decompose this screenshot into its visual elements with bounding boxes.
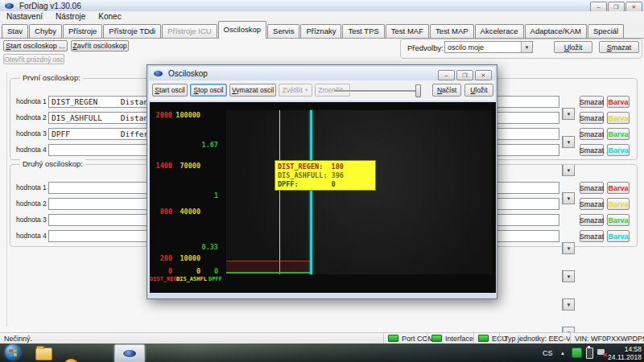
language-indicator[interactable]: CS — [543, 343, 553, 362]
start-button[interactable] — [5, 344, 21, 360]
yellow-axis-tick: 100000 — [175, 111, 200, 119]
tab-stav[interactable]: Stav — [2, 24, 28, 38]
yellow-axis-tick: 70000 — [175, 162, 200, 170]
explorer-icon[interactable] — [35, 348, 52, 360]
row-delete-button[interactable]: Smazat — [580, 214, 604, 226]
scope-cursor-line[interactable] — [279, 110, 280, 274]
screen: ForDiag v1.30.06 Nastavení Nástroje Kone… — [0, 0, 644, 362]
presets-dropdown[interactable]: oscilo moje — [444, 41, 533, 53]
green-trace — [226, 272, 310, 274]
osc-stop-button[interactable]: Stop oscil — [190, 84, 227, 97]
tab-servis[interactable]: Servis — [267, 24, 299, 38]
osc-load-button[interactable]: Načíst — [432, 84, 461, 97]
row-delete-button[interactable]: Smazat — [580, 96, 604, 108]
tab-test-tps[interactable]: Test TPS — [342, 24, 384, 38]
fordiag-logo-icon — [4, 2, 14, 10]
scope-tooltip: DIST_REGEN: 180 DIS_ASHFULL: 396 DPFF: 0 — [275, 160, 376, 191]
row-delete-button[interactable]: Smazat — [580, 198, 604, 210]
oscilloscope-display[interactable]: 2000 1400 800 200 0 100000 70000 40000 1… — [150, 102, 496, 293]
row-label: hodnota 4 — [16, 230, 47, 242]
osc-minimize-icon[interactable] — [438, 70, 455, 80]
windows-flag-icon — [9, 349, 17, 356]
tab-priznaky[interactable]: Příznaky — [300, 24, 341, 38]
row-color-button[interactable]: Barva — [607, 198, 630, 210]
tab-special[interactable]: Speciál — [588, 24, 624, 38]
panel-divider — [6, 72, 7, 327]
osc-save-button[interactable]: Uložit — [464, 84, 493, 97]
menu-nastroje[interactable]: Nástroje — [56, 12, 85, 21]
titlebar: ForDiag v1.30.06 — [0, 0, 644, 12]
open-empty-osc-button: Otevřít prázdný osc — [3, 54, 64, 64]
preset-save-button[interactable]: Uložit — [554, 41, 592, 53]
osc-start-button[interactable]: Start oscil — [152, 84, 188, 97]
battery-icon[interactable] — [586, 343, 593, 362]
row-color-button[interactable]: Barva — [607, 230, 630, 242]
osc-restore-icon[interactable] — [456, 70, 473, 80]
menu-konec[interactable]: Konec — [98, 12, 121, 21]
row-color-button[interactable]: Barva — [607, 96, 630, 108]
row-label: hodnota 4 — [16, 144, 47, 156]
row-color-button[interactable]: Barva — [607, 112, 630, 124]
row-color-button[interactable]: Barva — [607, 128, 630, 140]
row-delete-button[interactable]: Smazat — [580, 144, 604, 156]
tab-chyby[interactable]: Chyby — [29, 24, 62, 38]
firefox-icon[interactable] — [64, 359, 79, 362]
group-title: Druhý osciloskop: — [20, 159, 85, 168]
tab-strip: Stav Chyby Přístroje Přístroje TDdi Přís… — [0, 21, 644, 38]
row-delete-button[interactable]: Smazat — [580, 182, 604, 194]
start-oscilloscope-button[interactable]: Start osciloskop ... — [3, 40, 68, 51]
green-axis-tick: 1.67 — [196, 141, 218, 149]
value-dropdown[interactable] — [562, 242, 575, 254]
taskbar-clock[interactable]: 14:58 24.11.2018 — [608, 345, 642, 361]
tab-test-map[interactable]: Test MAP — [430, 24, 474, 38]
clock-time: 14:58 — [608, 345, 642, 353]
tab-akcelerace[interactable]: Akcelerace — [475, 24, 524, 38]
clock-date: 24.11.2018 — [608, 353, 642, 361]
red-axis-tick: 800 — [150, 208, 172, 216]
tab-osciloskop[interactable]: Osciloskop — [218, 21, 266, 39]
value-dropdown[interactable] — [562, 108, 575, 120]
row-color-button[interactable]: Barva — [607, 144, 630, 156]
fordiag-taskbar-button[interactable] — [114, 344, 145, 362]
tab-test-maf[interactable]: Test MAF — [386, 24, 429, 38]
status-vin: VIN: WF0PXXWPDP9M7840 — [570, 333, 644, 343]
row-delete-button[interactable]: Smazat — [580, 230, 604, 242]
interface-led-icon — [431, 335, 442, 342]
tooltip-line: DIST_REGEN: 180 — [278, 162, 373, 171]
value-dropdown[interactable] — [562, 136, 575, 148]
oscilloscope-titlebar[interactable]: Osciloskop — [149, 67, 495, 81]
zoom-slider-handle[interactable] — [415, 84, 421, 97]
row-delete-button[interactable]: Smazat — [580, 112, 604, 124]
status-unit-type: Typ jednotky: EEC-V — [499, 333, 571, 343]
tab-pristroje-tdd[interactable]: Přístroje TDdi — [103, 24, 161, 38]
value-dropdown[interactable] — [562, 270, 575, 282]
row-label: hodnota 3 — [16, 128, 47, 140]
osc-close-icon[interactable] — [475, 70, 492, 80]
scope-time-cursor[interactable] — [310, 110, 312, 274]
network-icon[interactable] — [597, 343, 606, 362]
tray-app-icon[interactable] — [572, 343, 582, 362]
value-dropdown[interactable] — [562, 298, 575, 311]
tab-pristroje[interactable]: Přístroje — [63, 24, 102, 38]
ecu-led-icon — [478, 335, 489, 342]
close-oscilloscope-button[interactable]: Zavřít osciloskop — [71, 40, 129, 51]
menu-nastaveni[interactable]: Nastavení — [6, 12, 43, 21]
row-label: hodnota 1 — [16, 182, 47, 194]
presets-label: Předvolby: — [407, 43, 444, 52]
preset-delete-button[interactable]: Smazat — [599, 41, 639, 53]
status-bar: Nečinný. Port COM6 Interface ECU Typ jed… — [0, 332, 644, 343]
tab-pristroje-icu: Přístroje ICU — [162, 24, 217, 38]
osc-clear-button[interactable]: Vymazat oscil — [229, 84, 276, 97]
row-delete-button[interactable]: Smazat — [580, 128, 604, 140]
scope-plot-area[interactable] — [226, 110, 492, 274]
fordiag-logo-icon — [122, 349, 137, 358]
red-axis-tick: 0 — [150, 267, 172, 275]
red-axis-tick: 1400 — [150, 162, 172, 170]
row-color-button[interactable]: Barva — [607, 182, 630, 194]
row-label: hodnota 3 — [16, 214, 47, 226]
channel-label-dis-ashfull: DIS_ASHFL — [176, 276, 207, 282]
tab-adaptace-kam[interactable]: Adaptace/KAM — [525, 24, 587, 38]
row-label: hodnota 2 — [16, 112, 47, 124]
row-color-button[interactable]: Barva — [607, 214, 630, 226]
tray-expand-icon[interactable]: ▲ — [560, 343, 565, 362]
